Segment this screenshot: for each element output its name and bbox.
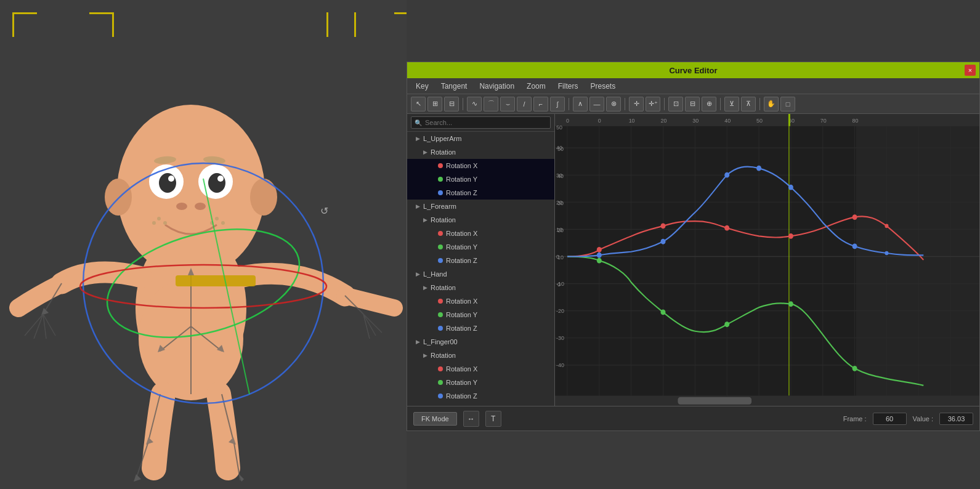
tree-item-ry-upperarm[interactable]: Rotation Y [407, 172, 554, 186]
tree-item-rz-upperarm[interactable]: Rotation Z [407, 186, 554, 200]
tool-fit-selected[interactable]: ⊟ [685, 97, 700, 111]
toolbar-sep1 [463, 98, 463, 110]
svg-line-39 [34, 314, 43, 339]
menu-key[interactable]: Key [411, 81, 434, 92]
svg-text:40: 40 [556, 144, 562, 152]
tool-ease-out[interactable]: ⌣ [500, 97, 515, 111]
toolbar-sep4 [664, 98, 665, 110]
svg-text:-10: -10 [556, 280, 564, 287]
frame-label: Frame : [843, 415, 867, 422]
svg-point-120 [756, 166, 761, 171]
bottom-icon-left[interactable]: ↔ [463, 411, 479, 427]
tool-move[interactable]: ⊞ [427, 97, 442, 111]
tree-item-L-Finger00[interactable]: ▶ L_Finger00 [407, 335, 554, 349]
graph-area[interactable]: 0 0 10 20 30 40 50 60 70 80 50 40 30 20 … [555, 114, 979, 406]
svg-point-110 [852, 214, 857, 220]
tree-item-rz-forearm[interactable]: Rotation Z [407, 254, 554, 267]
tool-step[interactable]: ⌐ [533, 97, 548, 111]
dot-rz-hand [438, 326, 443, 331]
svg-rect-104 [788, 114, 790, 126]
tree-item-rotation-forearm[interactable]: ▶ Rotation [407, 213, 554, 227]
tool-linear[interactable]: / [517, 97, 532, 111]
svg-point-115 [788, 301, 793, 307]
dot-ry-hand [438, 312, 443, 317]
tree-item-rotation-finger00[interactable]: ▶ Rotation [407, 349, 554, 362]
toolbar-sep5 [720, 98, 721, 110]
tool-pan[interactable]: ✋ [764, 97, 779, 111]
tool-smooth[interactable]: ∫ [550, 97, 565, 111]
bottom-icon-text[interactable]: T [485, 411, 501, 427]
svg-text:10: 10 [629, 117, 635, 124]
tree-item-rotation-hand[interactable]: ▶ Rotation [407, 281, 554, 294]
tool-tangent-auto[interactable]: ∧ [573, 97, 588, 111]
menu-presets[interactable]: Presets [585, 81, 620, 92]
dot-ry-forearm [438, 244, 443, 249]
frame-input[interactable] [873, 413, 907, 425]
tool-translate[interactable]: ✛ [629, 97, 644, 111]
svg-point-18 [215, 217, 219, 220]
svg-point-16 [163, 221, 167, 225]
svg-point-117 [597, 253, 602, 258]
menu-tangent[interactable]: Tangent [436, 81, 472, 92]
tree-item-rz-hand[interactable]: Rotation Z [407, 321, 554, 335]
menu-bar: Key Tangent Navigation Zoom Filters Pres… [407, 78, 979, 94]
tree-item-rz-finger00[interactable]: Rotation Z [407, 389, 554, 403]
menu-filters[interactable]: Filters [553, 81, 583, 92]
svg-text:↺: ↺ [320, 206, 328, 216]
tool-tangent-flat[interactable]: — [589, 97, 604, 111]
tree-item-rotation-upperarm[interactable]: ▶ Rotation [407, 145, 554, 159]
label-L-Finger00: L_Finger00 [423, 338, 458, 346]
svg-point-109 [788, 233, 793, 239]
tree-item-ry-forearm[interactable]: Rotation Y [407, 240, 554, 254]
svg-text:-30: -30 [556, 334, 564, 342]
label-ry-forearm: Rotation Y [446, 243, 477, 251]
svg-point-108 [724, 225, 729, 231]
tool-break-tangent[interactable]: ⊻ [724, 97, 739, 111]
tree-item-L-UpperArm[interactable]: ▶ L_UpperArm [407, 132, 554, 145]
search-input[interactable] [411, 116, 551, 129]
tool-lock[interactable]: ⊗ [606, 97, 621, 111]
tree-item-ry-finger00[interactable]: Rotation Y [407, 376, 554, 389]
label-ry-hand: Rotation Y [446, 311, 477, 318]
arrow-L-Forearm: ▶ [416, 203, 423, 209]
menu-zoom[interactable]: Zoom [522, 81, 551, 92]
tool-fit-view[interactable]: ⊡ [668, 97, 683, 111]
tree-item-rx-finger00[interactable]: Rotation X [407, 362, 554, 376]
label-rotation-hand: Rotation [431, 284, 456, 291]
tree-item-ry-hand[interactable]: Rotation Y [407, 308, 554, 321]
tool-spline[interactable]: ∿ [467, 97, 482, 111]
character-viewport: ↺ [0, 0, 407, 489]
tool-ease-in[interactable]: ⌒ [484, 97, 498, 111]
curve-editor-panel: Curve Editor × Key Tangent Navigation Zo… [407, 62, 980, 431]
tree-item-rx-hand[interactable]: Rotation X [407, 294, 554, 308]
tree-item-L-Forearm[interactable]: ▶ L_Forearm [407, 200, 554, 213]
svg-point-113 [661, 309, 666, 315]
label-rx-hand: Rotation X [446, 297, 477, 305]
svg-point-106 [597, 247, 602, 253]
menu-navigation[interactable]: Navigation [474, 81, 519, 92]
svg-point-10 [217, 176, 224, 182]
tool-unify-tangent[interactable]: ⊼ [741, 97, 756, 111]
svg-point-119 [724, 172, 729, 178]
track-list[interactable]: 🔍 ▶ L_UpperArm ▶ [407, 114, 555, 406]
svg-point-9 [168, 176, 174, 182]
fk-mode-button[interactable]: FK Mode [413, 412, 457, 426]
svg-marker-37 [41, 308, 49, 315]
svg-text:80: 80 [852, 117, 859, 124]
tree-item-L-Hand[interactable]: ▶ L_Hand [407, 267, 554, 281]
graph-canvas: 0 0 10 20 30 40 50 60 70 80 50 40 30 20 … [555, 114, 979, 406]
value-input[interactable] [939, 413, 973, 425]
tool-add-key[interactable]: ✛⁺ [646, 97, 660, 111]
svg-point-114 [724, 321, 729, 327]
tree-item-rx-forearm[interactable]: Rotation X [407, 227, 554, 240]
svg-point-13 [176, 203, 187, 210]
label-L-Hand: L_Hand [423, 270, 447, 278]
tool-layers[interactable]: ⊟ [444, 97, 459, 111]
tool-zoom-region[interactable]: ⊕ [702, 97, 716, 111]
search-icon: 🔍 [415, 119, 422, 126]
close-button[interactable]: × [965, 65, 976, 76]
tool-info[interactable]: □ [780, 97, 795, 111]
arrow-rotation-forearm: ▶ [423, 217, 431, 223]
tool-select[interactable]: ↖ [411, 97, 426, 111]
tree-item-rx-upperarm[interactable]: Rotation X [407, 159, 554, 172]
